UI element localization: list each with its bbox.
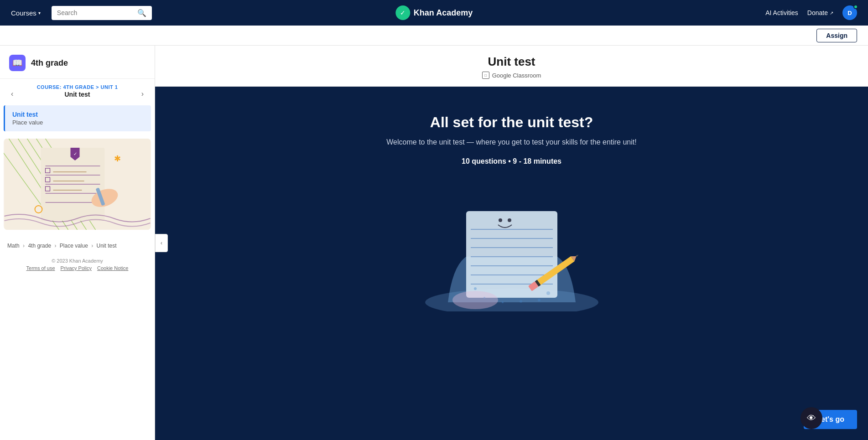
nav-left: Courses ▾ 🔍 [11,6,152,20]
next-arrow[interactable]: › [138,88,147,100]
content-header: Unit test □ Google Classroom [155,46,868,87]
svg-point-42 [546,291,550,295]
main-illustration [411,184,612,311]
prev-arrow[interactable]: ‹ [7,88,17,100]
svg-rect-26 [466,211,557,298]
content-heading: All set for the unit test? [430,114,593,131]
top-navigation: Courses ▾ 🔍 ✓ Khan Academy AI Activities… [0,0,868,26]
main-layout: 📖 4th grade ‹ COURSE: 4TH GRADE > UNIT 1… [0,46,868,440]
page-link[interactable]: Unit test [97,243,117,249]
google-classroom-link[interactable]: □ Google Classroom [173,72,850,79]
svg-marker-40 [576,254,579,257]
google-classroom-label: Google Classroom [492,72,541,79]
donate-link[interactable]: Donate ↗ [807,9,833,16]
content-meta: 10 questions • 9 - 18 minutes [462,157,561,166]
book-icon: 📖 [12,58,22,68]
sidebar-item-subtitle: Place value [12,119,144,126]
courses-menu[interactable]: Courses ▾ [11,9,41,17]
grade-link[interactable]: 4th grade [28,243,51,249]
brand-name: Khan Academy [414,8,473,18]
privacy-link[interactable]: Privacy Policy [61,265,92,271]
sep3: › [91,243,94,249]
assign-button[interactable]: Assign [816,29,857,42]
sidebar-header: 📖 4th grade [0,46,155,79]
illustration-svg: ✓ ✱ [4,139,151,230]
main-illustration-svg [411,184,612,311]
svg-point-41 [474,287,477,290]
search-bar[interactable]: 🔍 [52,6,152,20]
svg-point-44 [538,299,541,301]
sidebar-collapse-toggle[interactable]: ‹ [155,234,168,252]
current-page-label: Unit test [17,90,137,104]
sidebar-selected-item[interactable]: Unit test Place value [4,105,151,131]
grade-title: 4th grade [31,58,68,68]
sidebar-illustration: ✓ ✱ [4,139,151,230]
search-icon: 🔍 [137,9,146,17]
collapse-icon: ‹ [161,240,162,246]
sep2: › [54,243,57,249]
svg-text:✓: ✓ [73,151,77,156]
logo-icon: ✓ [400,9,405,16]
svg-point-34 [499,218,502,222]
courses-label: Courses [11,9,36,17]
course-breadcrumb: COURSE: 4TH GRADE > UNIT 1 [17,84,137,90]
footer-links: Terms of use Privacy Policy Cookie Notic… [7,265,147,271]
content-subtext: Welcome to the unit test — where you get… [386,138,636,146]
chat-icon: 👁 [807,413,816,424]
sep1: › [23,243,26,249]
math-link[interactable]: Math [7,243,20,249]
khan-academy-logo: ✓ [395,5,410,20]
sidebar-footer: © 2023 Khan Academy Terms of use Privacy… [0,254,155,278]
user-initials: D [847,10,852,16]
chat-widget[interactable]: 👁 [800,407,822,429]
terms-link[interactable]: Terms of use [26,265,55,271]
main-content: Unit test □ Google Classroom All set for… [155,46,868,440]
svg-text:✱: ✱ [114,154,121,163]
breadcrumb-footer: Math › 4th grade › Place value › Unit te… [0,237,155,254]
content-body: All set for the unit test? Welcome to th… [155,87,868,440]
sidebar-item-title: Unit test [12,111,144,118]
svg-point-45 [502,301,504,303]
nav-right: AI Activities Donate ↗ D [765,5,857,20]
assign-bar: Assign [0,26,868,46]
user-avatar[interactable]: D [842,5,857,20]
svg-point-35 [508,218,511,222]
sidebar-wrapper: 📖 4th grade ‹ COURSE: 4TH GRADE > UNIT 1… [0,46,155,440]
external-link-icon: ↗ [830,10,833,16]
chevron-down-icon: ▾ [38,10,41,16]
nav-center: ✓ Khan Academy [395,5,473,20]
svg-point-47 [452,291,498,309]
google-classroom-icon: □ [482,72,489,79]
svg-point-46 [520,300,522,303]
donate-label: Donate [807,9,828,16]
ai-activities-link[interactable]: AI Activities [765,9,798,16]
cookie-link[interactable]: Cookie Notice [97,265,128,271]
search-input[interactable] [57,9,134,16]
grade-icon: 📖 [9,55,26,71]
sidebar-nav: ‹ COURSE: 4TH GRADE > UNIT 1 Unit test › [0,79,155,105]
sidebar: 📖 4th grade ‹ COURSE: 4TH GRADE > UNIT 1… [0,46,155,440]
topic-link[interactable]: Place value [60,243,88,249]
user-status-badge [853,5,858,9]
copyright: © 2023 Khan Academy [7,258,147,264]
page-title: Unit test [173,55,850,69]
